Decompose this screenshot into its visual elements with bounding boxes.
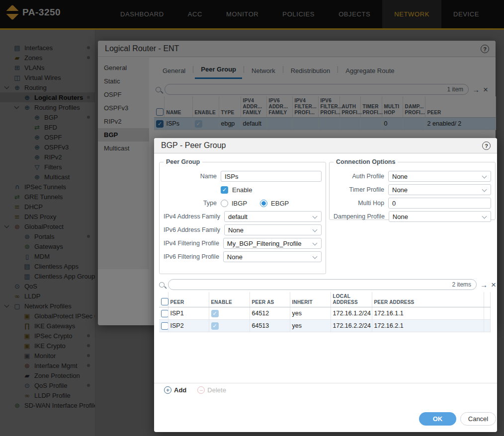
- dampening-profile-label: Dampening Profile: [334, 213, 389, 220]
- ipv6af-row: IPv6 Address Family None: [164, 224, 322, 235]
- apply-filter-icon[interactable]: →: [480, 281, 488, 289]
- ibgp-radio[interactable]: [221, 200, 228, 207]
- ipv4fp-label: IPv4 Filtering Profile: [164, 240, 223, 247]
- delete-button[interactable]: − Delete: [197, 386, 226, 394]
- chevron-down-icon: [313, 241, 318, 246]
- column-local-address: LOCAL ADDRESS: [331, 292, 372, 307]
- ipv6fp-label: IPv6 Filtering Profile: [164, 253, 223, 260]
- chevron-down-icon: [482, 214, 487, 219]
- bgp-peer-group-dialog-title: BGP - Peer Group: [154, 138, 497, 153]
- timer-profile-label: Timer Profile: [334, 186, 388, 193]
- timer-profile-row: Timer Profile None: [334, 184, 491, 195]
- ipv4fp-select[interactable]: My_BGP_Filtering_Profile: [223, 238, 322, 249]
- dampening-profile-select[interactable]: None: [389, 211, 491, 222]
- ipv4fp-row: IPv4 Filtering Profile My_BGP_Filtering_…: [164, 238, 322, 249]
- type-row: Type IBGP EBGP: [164, 198, 322, 209]
- multi-hop-label: Multi Hop: [334, 200, 388, 207]
- enable-checkbox[interactable]: ✓: [211, 310, 219, 317]
- chevron-down-icon: [313, 227, 318, 232]
- cancel-button[interactable]: Cancel: [460, 412, 496, 426]
- dampening-profile-row: Dampening Profile None: [334, 211, 491, 222]
- column-select: [159, 292, 168, 307]
- row-select-checkbox[interactable]: [161, 322, 168, 330]
- clear-filter-icon[interactable]: ×: [491, 281, 496, 289]
- enable-row: ✓ Enable: [164, 184, 322, 195]
- enable-checkbox[interactable]: ✓: [221, 186, 228, 194]
- bgp-peer-row[interactable]: ISP2✓64513yes172.16.2.2/24172.16.2.1: [159, 320, 490, 332]
- ebgp-radio[interactable]: [260, 200, 267, 207]
- timer-profile-select[interactable]: None: [388, 184, 491, 195]
- ebgp-label: EBGP: [271, 200, 289, 207]
- column-inherit: INHERIT: [290, 292, 331, 307]
- name-field[interactable]: [221, 171, 322, 182]
- ibgp-label: IBGP: [232, 200, 247, 207]
- bgp-peers-table-header-row: PEERENABLEPEER ASINHERITLOCAL ADDRESSPEE…: [159, 292, 490, 307]
- chevron-down-icon: [482, 187, 487, 192]
- column-peer-address: PEER ADDRESS: [372, 292, 484, 307]
- select-all-checkbox[interactable]: [161, 298, 168, 305]
- peers-search-bar: 2 items → ×: [159, 279, 496, 290]
- connection-options-legend: Connection Options: [334, 158, 398, 165]
- multi-hop-field[interactable]: [388, 198, 491, 209]
- ipv4af-label: IPv4 Address Family: [164, 213, 224, 220]
- help-icon[interactable]: ?: [482, 142, 491, 150]
- search-icon: [159, 282, 165, 288]
- column-peer-as: PEER AS: [250, 292, 290, 307]
- peers-table: PEERENABLEPEER ASINHERITLOCAL ADDRESSPEE…: [159, 292, 496, 332]
- minus-circle-icon: −: [197, 386, 205, 394]
- item-count: 2 items: [452, 281, 471, 288]
- column-peer: PEER: [168, 292, 209, 307]
- type-label: Type: [164, 200, 221, 207]
- bgp-peer-group-dialog: BGP - Peer Group ? Peer Group Name ✓ Ena…: [154, 138, 497, 432]
- connection-options-fieldset: Connection Options Auth Profile None Tim…: [329, 158, 496, 220]
- column-enable: ENABLE: [209, 292, 250, 307]
- ok-button[interactable]: OK: [419, 412, 456, 426]
- bgp-peers-table: PEERENABLEPEER ASINHERITLOCAL ADDRESSPEE…: [159, 292, 491, 332]
- name-row: Name: [164, 171, 322, 182]
- auth-profile-row: Auth Profile None: [334, 171, 491, 182]
- enable-checkbox[interactable]: ✓: [211, 322, 219, 330]
- row-select-checkbox[interactable]: [161, 310, 168, 317]
- peer-group-legend: Peer Group: [164, 158, 202, 165]
- table-actions: + Add − Delete: [154, 383, 497, 397]
- multi-hop-row: Multi Hop: [334, 198, 491, 209]
- peer-group-fieldset: Peer Group Name ✓ Enable Type IBGP EBGP: [159, 158, 326, 274]
- plus-circle-icon: +: [164, 386, 171, 394]
- chevron-down-icon: [313, 214, 318, 219]
- auth-profile-select[interactable]: None: [388, 171, 491, 182]
- ipv4af-row: IPv4 Address Family default: [164, 211, 322, 222]
- ipv6fp-row: IPv6 Filtering Profile None: [164, 251, 322, 262]
- enable-label: Enable: [232, 186, 252, 194]
- chevron-down-icon: [482, 174, 487, 179]
- name-label: Name: [164, 173, 221, 180]
- ipv4af-select[interactable]: default: [224, 211, 322, 222]
- chevron-down-icon: [313, 254, 318, 259]
- column-gutter: [484, 292, 490, 307]
- add-button[interactable]: + Add: [164, 386, 186, 394]
- screen: T 0 PA-3250 DASHBOARDACCMONITORPOLICIESO…: [0, 0, 504, 436]
- search-input[interactable]: 2 items: [168, 279, 477, 290]
- bgp-peer-row[interactable]: ISP1✓64512yes172.16.1.2/24172.16.1.1: [159, 307, 490, 320]
- ipv6af-select[interactable]: None: [224, 224, 322, 235]
- ipv6fp-select[interactable]: None: [223, 251, 322, 262]
- ipv6af-label: IPv6 Address Family: [164, 226, 224, 233]
- auth-profile-label: Auth Profile: [334, 173, 388, 180]
